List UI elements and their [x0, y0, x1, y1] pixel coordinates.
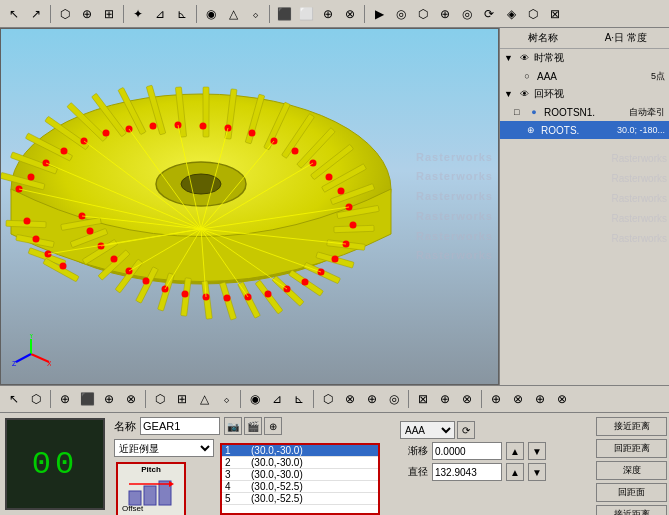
toolbar-icon-c3[interactable]: ⊕ [435, 4, 455, 24]
zhijin-input[interactable] [432, 463, 502, 481]
svg-point-83 [60, 263, 67, 270]
btoolbar-icon-11[interactable]: ◉ [245, 389, 265, 409]
far-right-panel: 接近距离 回距距离 深度 回距面 接近距离 [594, 413, 669, 515]
btoolbar-icon-10[interactable]: ⬦ [216, 389, 236, 409]
toolbar-icon-hex2[interactable]: ⬡ [413, 4, 433, 24]
far-right-btn-5[interactable]: 接近距离 [596, 505, 667, 515]
toolbar-icon-c1[interactable]: ⊕ [318, 4, 338, 24]
jianyi-input[interactable] [432, 442, 502, 460]
zhijin-up-btn[interactable]: ▲ [506, 463, 524, 481]
svg-point-66 [302, 279, 309, 286]
name-label: 名称 [114, 419, 136, 434]
far-right-btn-2[interactable]: 回距距离 [596, 439, 667, 458]
name-input[interactable] [140, 417, 220, 435]
svg-point-78 [87, 228, 94, 235]
toolbar-icon-arrow[interactable]: ↖ [4, 4, 24, 24]
toolbar-icon-box[interactable]: ⊠ [545, 4, 565, 24]
tree-icon-4: ⊕ [524, 123, 538, 137]
btoolbar-icon-5[interactable]: ⊕ [99, 389, 119, 409]
btoolbar-sep-6 [481, 390, 482, 408]
toolbar-icon-sq2[interactable]: ⬜ [296, 4, 316, 24]
btoolbar-icon-17[interactable]: ◎ [384, 389, 404, 409]
far-right-btn-4[interactable]: 回距面 [596, 483, 667, 502]
main-content: X Y Z Rasterworks Rasterworks Rasterwork… [0, 28, 669, 385]
btoolbar-icon-7[interactable]: ⬡ [150, 389, 170, 409]
btoolbar-icon-9[interactable]: △ [194, 389, 214, 409]
camera-btn-2[interactable]: 🎬 [244, 417, 262, 435]
table-row[interactable]: 3(30.0,-30.0) [222, 469, 378, 481]
btoolbar-icon-21[interactable]: ⊕ [486, 389, 506, 409]
toolbar-icon-grid[interactable]: ⊞ [99, 4, 119, 24]
toolbar-icon-rot[interactable]: ⟳ [479, 4, 499, 24]
toolbar-icon-eye[interactable]: ◉ [201, 4, 221, 24]
toolbar-icon-circ[interactable]: ◎ [391, 4, 411, 24]
btoolbar-icon-2[interactable]: ⬡ [26, 389, 46, 409]
table-row[interactable]: 2(30.0,-30.0) [222, 457, 378, 469]
btoolbar-icon-15[interactable]: ⊗ [340, 389, 360, 409]
svg-point-57 [292, 148, 299, 155]
tree-item-0[interactable]: ▼ 👁 时常视 [500, 49, 669, 67]
offset-label: Offset [122, 504, 143, 513]
zhijin-down-btn[interactable]: ▼ [528, 463, 546, 481]
btoolbar-icon-20[interactable]: ⊗ [457, 389, 477, 409]
btoolbar-sep-1 [50, 390, 51, 408]
toolbar-icon-plus[interactable]: ⊕ [77, 4, 97, 24]
data-table-container[interactable]: 1(30.0,-30.0)2(30.0,-30.0)3(30.0,-30.0)4… [220, 443, 380, 515]
tree-item-1[interactable]: ○ AAA 5点 [500, 67, 669, 85]
toolbar-icon-tri[interactable]: ⊿ [150, 4, 170, 24]
viewport-3d[interactable]: X Y Z Rasterworks Rasterworks Rasterwork… [0, 28, 499, 385]
btoolbar-icon-3[interactable]: ⊕ [55, 389, 75, 409]
btoolbar-icon-24[interactable]: ⊗ [552, 389, 572, 409]
btoolbar-icon-19[interactable]: ⊕ [435, 389, 455, 409]
jianyi-down-btn[interactable]: ▼ [528, 442, 546, 460]
far-right-btn-3[interactable]: 深度 [596, 461, 667, 480]
table-row[interactable]: 5(30.0,-52.5) [222, 493, 378, 505]
toolbar-icon-circ2[interactable]: ◎ [457, 4, 477, 24]
btoolbar-icon-22[interactable]: ⊗ [508, 389, 528, 409]
btoolbar-icon-4[interactable]: ⬛ [77, 389, 97, 409]
toolbar-icon-up[interactable]: △ [223, 4, 243, 24]
toolbar-icon-hex3[interactable]: ⬡ [523, 4, 543, 24]
refresh-btn[interactable]: ⟳ [457, 421, 475, 439]
middle-controls: AAABBB ⟳ 渐移 ▲ ▼ 直径 ▲ ▼ [396, 417, 550, 515]
toolbar-icon-hex[interactable]: ⬡ [55, 4, 75, 24]
table-row[interactable]: 4(30.0,-52.5) [222, 481, 378, 493]
toolbar-icon-star[interactable]: ✦ [128, 4, 148, 24]
toolbar-icon-select[interactable]: ↗ [26, 4, 46, 24]
bottom-toolbar[interactable]: ↖ ⬡ ⊕ ⬛ ⊕ ⊗ ⬡ ⊞ △ ⬦ ◉ ⊿ ⊾ ⬡ ⊗ ⊕ ◎ ⊠ ⊕ ⊗ … [0, 385, 669, 413]
camera-btn-3[interactable]: ⊕ [264, 417, 282, 435]
svg-line-105 [16, 354, 31, 362]
btoolbar-icon-18[interactable]: ⊠ [413, 389, 433, 409]
btoolbar-icon-23[interactable]: ⊕ [530, 389, 550, 409]
tree-value-3: 自动牵引 [629, 106, 665, 119]
toolbar-icon-play[interactable]: ▶ [369, 4, 389, 24]
tree-item-3[interactable]: □ ● ROOTSN1. 自动牵引 [500, 103, 669, 121]
toolbar-icon-c2[interactable]: ⊗ [340, 4, 360, 24]
tree-item-4[interactable]: ⊕ ROOTS. 30.0; -180... [500, 121, 669, 139]
tree-item-2[interactable]: ▼ 👁 回环视 [500, 85, 669, 103]
btoolbar-icon-1[interactable]: ↖ [4, 389, 24, 409]
svg-text:Y: Y [29, 334, 34, 339]
btoolbar-icon-14[interactable]: ⬡ [318, 389, 338, 409]
btoolbar-icon-6[interactable]: ⊗ [121, 389, 141, 409]
pitch-label: Pitch [141, 465, 161, 474]
jianyi-up-btn[interactable]: ▲ [506, 442, 524, 460]
dropdown-select[interactable]: 近距例显远距例显全部 [114, 439, 214, 457]
toolbar-icon-move[interactable]: ⊾ [172, 4, 192, 24]
btoolbar-icon-12[interactable]: ⊿ [267, 389, 287, 409]
toolbar-icon-dia2[interactable]: ◈ [501, 4, 521, 24]
tree-value-4: 30.0; -180... [617, 125, 665, 135]
svg-point-64 [332, 256, 339, 263]
top-toolbar[interactable]: ↖ ↗ ⬡ ⊕ ⊞ ✦ ⊿ ⊾ ◉ △ ⬦ ⬛ ⬜ ⊕ ⊗ ▶ ◎ ⬡ ⊕ ◎ … [0, 0, 669, 28]
far-right-btn-1[interactable]: 接近距离 [596, 417, 667, 436]
camera-btn-1[interactable]: 📷 [224, 417, 242, 435]
btoolbar-icon-8[interactable]: ⊞ [172, 389, 192, 409]
toolbar-icon-dia[interactable]: ⬦ [245, 4, 265, 24]
svg-point-74 [143, 278, 150, 285]
aao-dropdown[interactable]: AAABBB [400, 421, 455, 439]
table-row[interactable]: 1(30.0,-30.0) [222, 445, 378, 457]
btoolbar-icon-16[interactable]: ⊕ [362, 389, 382, 409]
pitch-thumbnail[interactable]: Pitch Offset [116, 462, 186, 515]
toolbar-icon-sq1[interactable]: ⬛ [274, 4, 294, 24]
btoolbar-icon-13[interactable]: ⊾ [289, 389, 309, 409]
